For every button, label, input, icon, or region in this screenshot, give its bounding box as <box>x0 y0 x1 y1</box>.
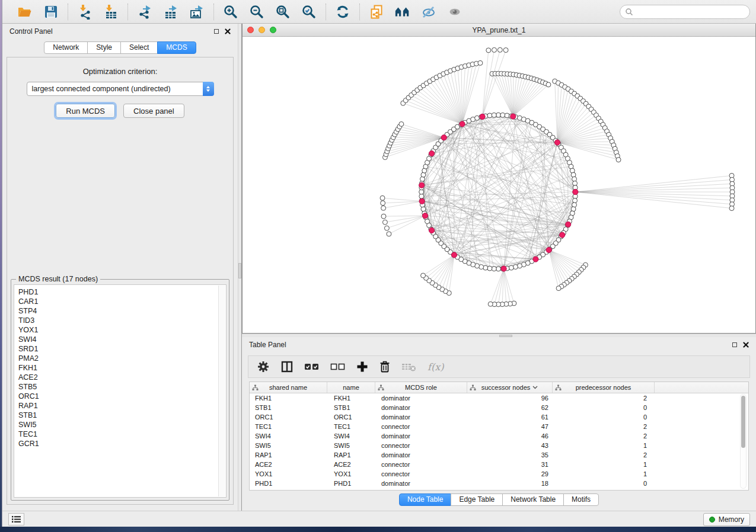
cell-mcds-role[interactable]: dominator <box>375 431 467 441</box>
tab-motifs[interactable]: Motifs <box>563 493 599 506</box>
cell-predecessor-nodes[interactable]: 0 <box>553 412 655 422</box>
network-titlebar[interactable]: YPA_prune.txt_1 <box>243 24 755 37</box>
cell-predecessor-nodes[interactable]: 2 <box>553 450 655 460</box>
cell-shared-name[interactable]: RAP1 <box>250 450 327 460</box>
cell-predecessor-nodes[interactable]: 0 <box>553 479 655 488</box>
float-panel-icon[interactable] <box>214 29 219 34</box>
cell-name[interactable]: SWI4 <box>327 431 375 441</box>
mcds-result-item[interactable]: TEC1 <box>18 430 226 439</box>
cell-successor-nodes[interactable]: 96 <box>467 393 553 403</box>
horizontal-splitter[interactable] <box>242 334 756 337</box>
cell-mcds-role[interactable]: dominator <box>375 403 467 412</box>
cell-successor-nodes[interactable]: 47 <box>467 422 553 431</box>
table-scrollbar[interactable] <box>740 394 747 489</box>
zoom-in-icon[interactable] <box>222 4 239 20</box>
mcds-result-item[interactable]: GCR1 <box>18 439 226 448</box>
cell-shared-name[interactable]: PHD1 <box>250 479 327 488</box>
splitter-grip[interactable] <box>238 263 241 278</box>
table-row[interactable]: TEC1 TEC1 connector 47 2 <box>250 422 748 431</box>
tab-edge-table[interactable]: Edge Table <box>451 493 503 506</box>
cell-name[interactable]: YOX1 <box>327 469 375 479</box>
zoom-out-icon[interactable] <box>248 4 265 20</box>
cell-predecessor-nodes[interactable]: 0 <box>553 403 655 412</box>
zoom-selected-icon[interactable] <box>301 4 317 20</box>
delete-column-icon[interactable] <box>379 360 391 373</box>
mcds-result-item[interactable]: SRD1 <box>18 344 226 354</box>
mcds-result-item[interactable]: PMA2 <box>18 354 226 363</box>
mcds-result-item[interactable]: PHD1 <box>18 287 226 297</box>
cell-successor-nodes[interactable]: 31 <box>467 460 553 469</box>
tab-network-table[interactable]: Network Table <box>502 493 564 506</box>
cell-name[interactable]: SWI5 <box>327 441 375 450</box>
cell-predecessor-nodes[interactable]: 2 <box>553 431 655 441</box>
column-header-name[interactable]: name <box>327 382 375 393</box>
cell-predecessor-nodes[interactable]: 1 <box>553 469 655 479</box>
table-row[interactable]: PHD1 PHD1 dominator 18 0 <box>250 479 748 488</box>
refresh-icon[interactable] <box>334 4 351 20</box>
show-details-icon[interactable] <box>446 4 463 20</box>
cell-shared-name[interactable]: SWI5 <box>250 441 327 450</box>
tab-mcds[interactable]: MCDS <box>157 41 196 54</box>
task-history-button[interactable] <box>8 513 24 525</box>
cell-mcds-role[interactable]: dominator <box>375 393 467 403</box>
cell-mcds-role[interactable]: dominator <box>375 412 467 422</box>
mcds-result-item[interactable]: ORC1 <box>18 392 226 401</box>
tab-network[interactable]: Network <box>44 41 88 54</box>
mcds-result-item[interactable]: STP4 <box>18 306 226 316</box>
cell-shared-name[interactable]: YOX1 <box>250 469 327 479</box>
clone-network-icon[interactable] <box>368 4 385 20</box>
mcds-result-item[interactable]: STB5 <box>18 382 226 392</box>
network-graph[interactable] <box>243 37 755 333</box>
vertical-splitter[interactable] <box>238 24 242 511</box>
cell-name[interactable]: TEC1 <box>327 422 375 431</box>
save-session-icon[interactable] <box>43 4 59 20</box>
cell-successor-nodes[interactable]: 43 <box>467 441 553 450</box>
cell-shared-name[interactable]: STB1 <box>250 403 327 412</box>
first-neighbors-icon[interactable] <box>394 4 411 20</box>
zoom-fit-icon[interactable] <box>275 4 291 20</box>
cell-predecessor-nodes[interactable]: 2 <box>553 393 655 403</box>
cell-shared-name[interactable]: TEC1 <box>250 422 327 431</box>
close-panel-icon[interactable] <box>743 342 749 348</box>
cell-successor-nodes[interactable]: 62 <box>467 403 553 412</box>
cell-mcds-role[interactable]: connector <box>375 469 467 479</box>
cell-name[interactable]: FKH1 <box>327 393 375 403</box>
cell-predecessor-nodes[interactable]: 1 <box>553 441 655 450</box>
mcds-result-item[interactable]: TID3 <box>18 316 226 325</box>
mcds-result-item[interactable]: CAR1 <box>18 297 226 306</box>
cell-predecessor-nodes[interactable]: 1 <box>553 460 655 469</box>
import-table-icon[interactable] <box>103 4 119 20</box>
column-header-successor-nodes[interactable]: successor nodes <box>467 382 553 393</box>
mcds-result-item[interactable]: SWI4 <box>18 335 226 344</box>
cell-mcds-role[interactable]: connector <box>375 460 467 469</box>
cell-name[interactable]: STB1 <box>327 403 375 412</box>
table-row[interactable]: SWI4 SWI4 dominator 46 2 <box>250 431 748 441</box>
cell-successor-nodes[interactable]: 35 <box>467 450 553 460</box>
cell-successor-nodes[interactable]: 18 <box>467 479 553 488</box>
run-mcds-button[interactable]: Run MCDS <box>56 104 115 118</box>
hide-details-icon[interactable] <box>420 4 437 20</box>
table-row[interactable]: SWI5 SWI5 connector 43 1 <box>250 441 748 450</box>
cell-name[interactable]: RAP1 <box>327 450 375 460</box>
splitter-grip[interactable] <box>499 335 512 337</box>
column-header-shared-name[interactable]: shared name <box>250 382 327 393</box>
table-row[interactable]: STB1 STB1 dominator 62 0 <box>250 403 748 412</box>
tab-node-table[interactable]: Node Table <box>399 493 452 506</box>
cell-successor-nodes[interactable]: 29 <box>467 469 553 479</box>
mcds-result-item[interactable]: SWI5 <box>18 420 226 430</box>
close-panel-icon[interactable] <box>225 28 231 34</box>
export-network-icon[interactable] <box>136 4 153 20</box>
table-row[interactable]: ACE2 ACE2 connector 31 1 <box>250 460 748 469</box>
mcds-result-list[interactable]: PHD1 CAR1 STP4 TID3 YOX1 SWI4 <box>14 284 227 498</box>
table-scrollbar-thumb[interactable] <box>741 396 745 448</box>
cell-predecessor-nodes[interactable]: 2 <box>553 422 655 431</box>
table-row[interactable]: FKH1 FKH1 dominator 96 2 <box>250 393 748 403</box>
cell-mcds-role[interactable]: dominator <box>375 479 467 488</box>
close-panel-button[interactable]: Close panel <box>123 104 184 118</box>
gear-icon[interactable] <box>257 360 270 373</box>
tab-select[interactable]: Select <box>120 41 158 54</box>
cell-shared-name[interactable]: SWI4 <box>250 431 327 441</box>
table-row[interactable]: YOX1 YOX1 connector 29 1 <box>250 469 748 479</box>
float-panel-icon[interactable] <box>732 342 737 347</box>
mcds-result-item[interactable]: RAP1 <box>18 401 226 411</box>
